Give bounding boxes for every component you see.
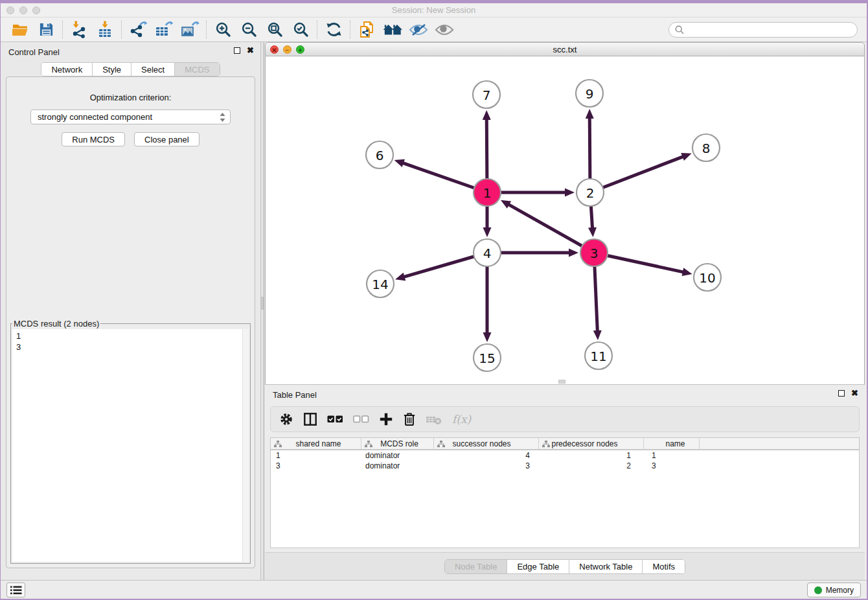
plus-icon	[379, 412, 393, 426]
export-table-button[interactable]	[151, 19, 177, 40]
tab-style[interactable]: Style	[93, 63, 131, 76]
graph-node-10[interactable]: 10	[694, 264, 721, 291]
mcds-result-text[interactable]: 1 3	[12, 329, 249, 562]
graph-node-1[interactable]: 1	[474, 179, 501, 206]
checked-boxes-icon	[327, 413, 343, 425]
canvas-resize-grip[interactable]	[558, 380, 565, 384]
clone-network-button[interactable]	[354, 19, 380, 40]
zoom-in-button[interactable]	[210, 19, 236, 40]
graph-node-14[interactable]: 14	[367, 270, 394, 297]
graph-node-2[interactable]: 2	[577, 179, 604, 206]
tab-mcds[interactable]: MCDS	[175, 63, 219, 76]
float-table-panel-icon[interactable]	[838, 390, 845, 397]
save-session-button[interactable]	[33, 19, 59, 40]
graph-node-7[interactable]: 7	[473, 81, 500, 108]
function-builder-button[interactable]: f(x)	[452, 413, 471, 426]
zoom-fit-button[interactable]	[262, 19, 288, 40]
show-columns-button[interactable]	[303, 412, 317, 426]
optimization-criterion-label: Optimization criterion:	[6, 93, 255, 102]
graph-arrowhead	[395, 273, 405, 281]
graph-arrowhead	[565, 189, 575, 197]
search-input[interactable]	[688, 25, 851, 34]
graph-node-6[interactable]: 6	[366, 141, 393, 168]
table-row[interactable]: 3 dominator 3 2 3	[271, 461, 859, 471]
table-toolbar: f(x)	[270, 406, 860, 432]
network-maximize-button[interactable]: +	[296, 45, 304, 54]
graph-node-15[interactable]: 15	[474, 344, 501, 371]
memory-button[interactable]: Memory	[807, 583, 861, 597]
import-network-button[interactable]	[66, 19, 92, 40]
traffic-lights	[6, 6, 40, 14]
graph-node-3[interactable]: 3	[580, 239, 608, 266]
close-panel-icon[interactable]: ✖	[247, 47, 254, 54]
network-canvas-container: 7968124314101511	[265, 56, 865, 384]
splitter-handle[interactable]	[261, 297, 264, 310]
table-settings-button[interactable]	[279, 412, 293, 426]
graph-edge-2-8[interactable]	[590, 156, 683, 192]
add-row-button[interactable]	[379, 412, 393, 426]
network-window-titlebar[interactable]: ✕ − + scc.txt	[265, 42, 865, 56]
maximize-window-button[interactable]	[32, 6, 40, 14]
export-image-button[interactable]	[177, 19, 203, 40]
delete-column-button[interactable]	[426, 413, 442, 426]
search-box[interactable]	[668, 22, 858, 38]
svg-text:7: 7	[483, 87, 491, 103]
hide-eye-button[interactable]	[405, 19, 431, 40]
hierarchy-icon	[542, 441, 550, 448]
task-history-button[interactable]	[6, 583, 25, 597]
graph-edge-3-1[interactable]	[508, 204, 594, 253]
select-all-button[interactable]	[327, 413, 343, 425]
column-header-name[interactable]: name	[644, 438, 700, 449]
column-header-shared-name[interactable]: shared name	[271, 438, 361, 449]
close-window-button[interactable]	[6, 6, 14, 14]
hierarchy-icon	[437, 441, 445, 448]
criterion-select[interactable]: strongly connected component	[30, 110, 231, 124]
result-scrollbar[interactable]	[242, 329, 249, 562]
close-table-panel-icon[interactable]: ✖	[851, 389, 858, 397]
graph-node-8[interactable]: 8	[692, 134, 720, 161]
export-network-button[interactable]	[125, 19, 151, 40]
run-mcds-button[interactable]: Run MCDS	[62, 132, 125, 146]
column-header-successor-nodes[interactable]: successor nodes	[434, 438, 539, 449]
svg-text:2: 2	[586, 185, 595, 201]
zoom-out-button[interactable]	[236, 19, 262, 40]
float-panel-icon[interactable]	[234, 47, 240, 54]
tab-node-table[interactable]: Node Table	[445, 560, 508, 573]
cell-mcds-role: dominator	[361, 450, 434, 461]
graph-node-11[interactable]: 11	[585, 342, 612, 369]
graph-arrowhead	[682, 268, 692, 276]
open-folder-icon	[12, 23, 29, 37]
deselect-all-button[interactable]	[353, 413, 369, 425]
zoom-fit-icon	[267, 21, 283, 38]
column-header-predecessor-nodes[interactable]: predecessor nodes	[539, 438, 644, 449]
open-session-button[interactable]	[7, 19, 33, 40]
refresh-button[interactable]	[321, 19, 347, 40]
import-table-button[interactable]	[92, 19, 118, 40]
import-network-icon	[71, 21, 87, 38]
minimize-window-button[interactable]	[19, 6, 27, 14]
tab-motifs[interactable]: Motifs	[643, 560, 685, 573]
graph-node-4[interactable]: 4	[474, 239, 501, 266]
toolbar-separator	[317, 21, 317, 39]
toolbar-separator	[121, 21, 122, 39]
status-bar: Memory	[1, 580, 867, 599]
tab-network-table[interactable]: Network Table	[569, 560, 643, 573]
column-header-mcds-role[interactable]: MCDS role	[361, 438, 434, 449]
table-row[interactable]: 1 dominator 4 1 1	[271, 450, 859, 461]
zoom-selected-button[interactable]	[288, 19, 314, 40]
delete-row-button[interactable]	[403, 412, 416, 426]
network-canvas[interactable]: 7968124314101511	[266, 56, 864, 384]
zoom-in-icon	[215, 21, 231, 38]
network-close-button[interactable]: ✕	[270, 45, 279, 54]
graph-node-9[interactable]: 9	[576, 80, 603, 107]
control-panel: Control Panel ✖ Network Style Select MCD…	[1, 42, 260, 580]
show-eye-button[interactable]	[431, 19, 457, 40]
graph-arrowhead	[586, 109, 594, 119]
graph-arrowhead	[394, 159, 405, 167]
tab-network[interactable]: Network	[41, 63, 93, 76]
tab-select[interactable]: Select	[131, 63, 175, 76]
home-button[interactable]	[380, 19, 405, 40]
close-panel-button[interactable]: Close panel	[134, 132, 200, 146]
tab-edge-table[interactable]: Edge Table	[507, 560, 569, 573]
network-minimize-button[interactable]: −	[283, 45, 291, 54]
